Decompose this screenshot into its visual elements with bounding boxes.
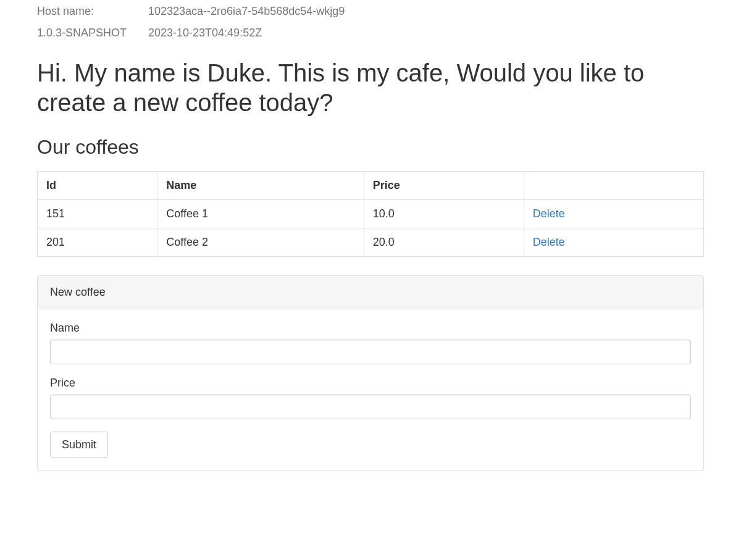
hostname-row: Host name: 102323aca--2ro6ia7-54b568dc54… xyxy=(37,5,704,18)
price-label: Price xyxy=(50,377,691,390)
meta-info: Host name: 102323aca--2ro6ia7-54b568dc54… xyxy=(37,0,704,40)
name-input[interactable] xyxy=(50,340,691,364)
version-value: 1.0.3-SNAPSHOT xyxy=(37,27,145,40)
submit-button[interactable]: Submit xyxy=(50,432,108,458)
cell-id: 151 xyxy=(38,200,157,228)
table-header-row: Id Name Price xyxy=(38,172,704,200)
hostname-value: 102323aca--2ro6ia7-54b568dc54-wkjg9 xyxy=(148,5,345,18)
price-input[interactable] xyxy=(50,395,691,419)
col-name: Name xyxy=(157,172,364,200)
delete-link[interactable]: Delete xyxy=(533,236,565,248)
version-row: 1.0.3-SNAPSHOT 2023-10-23T04:49:52Z xyxy=(37,27,704,40)
new-coffee-panel: New coffee Name Price Submit xyxy=(37,275,704,471)
name-label: Name xyxy=(50,322,691,335)
col-id: Id xyxy=(38,172,157,200)
hostname-label: Host name: xyxy=(37,5,145,18)
table-row: 201 Coffee 2 20.0 Delete xyxy=(38,228,704,257)
cell-price: 10.0 xyxy=(364,200,524,228)
coffees-table: Id Name Price 151 Coffee 1 10.0 Delete 2… xyxy=(37,171,704,257)
cell-name: Coffee 1 xyxy=(157,200,364,228)
table-row: 151 Coffee 1 10.0 Delete xyxy=(38,200,704,228)
page-title: Hi. My name is Duke. This is my cafe, Wo… xyxy=(37,58,704,117)
cell-price: 20.0 xyxy=(364,228,524,257)
delete-link[interactable]: Delete xyxy=(533,207,565,220)
section-title: Our coffees xyxy=(37,136,704,159)
build-time-value: 2023-10-23T04:49:52Z xyxy=(148,27,262,40)
cell-id: 201 xyxy=(38,228,157,257)
col-actions xyxy=(524,172,703,200)
panel-title: New coffee xyxy=(38,276,703,309)
cell-name: Coffee 2 xyxy=(157,228,364,257)
col-price: Price xyxy=(364,172,524,200)
